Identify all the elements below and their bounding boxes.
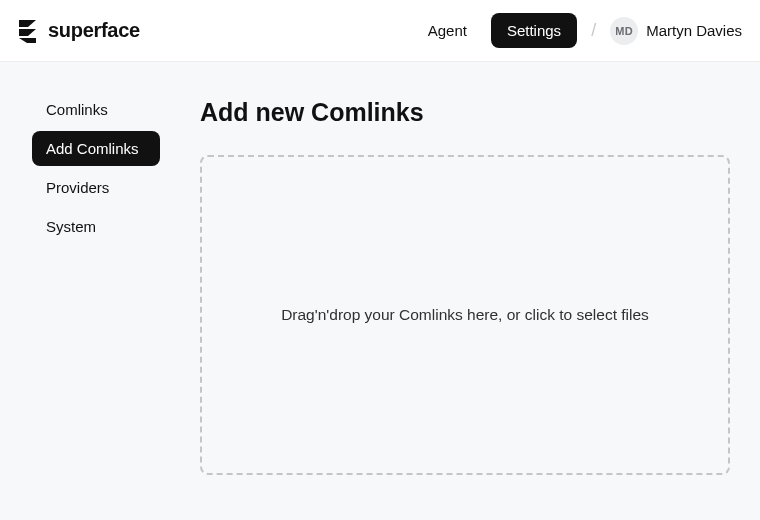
top-header: superface Agent Settings / MD Martyn Dav…: [0, 0, 760, 62]
sidebar: Comlinks Add Comlinks Providers System: [0, 92, 160, 475]
user-name: Martyn Davies: [646, 22, 742, 39]
header-right: Agent Settings / MD Martyn Davies: [418, 13, 742, 48]
comlinks-dropzone[interactable]: Drag'n'drop your Comlinks here, or click…: [200, 155, 730, 475]
avatar: MD: [610, 17, 638, 45]
nav-settings[interactable]: Settings: [491, 13, 577, 48]
brand-name: superface: [48, 19, 140, 42]
nav-agent[interactable]: Agent: [418, 14, 477, 47]
separator-slash-icon: /: [591, 20, 596, 41]
dropzone-text: Drag'n'drop your Comlinks here, or click…: [281, 306, 649, 324]
user-menu[interactable]: MD Martyn Davies: [610, 17, 742, 45]
sidebar-item-comlinks[interactable]: Comlinks: [32, 92, 160, 127]
sidebar-item-system[interactable]: System: [32, 209, 160, 244]
sidebar-item-add-comlinks[interactable]: Add Comlinks: [32, 131, 160, 166]
brand-logo[interactable]: superface: [16, 17, 140, 45]
page-title: Add new Comlinks: [200, 98, 730, 127]
layout: Comlinks Add Comlinks Providers System A…: [0, 62, 760, 475]
main-content: Add new Comlinks Drag'n'drop your Comlin…: [200, 92, 760, 475]
sidebar-item-providers[interactable]: Providers: [32, 170, 160, 205]
brand-logo-icon: [16, 17, 40, 45]
